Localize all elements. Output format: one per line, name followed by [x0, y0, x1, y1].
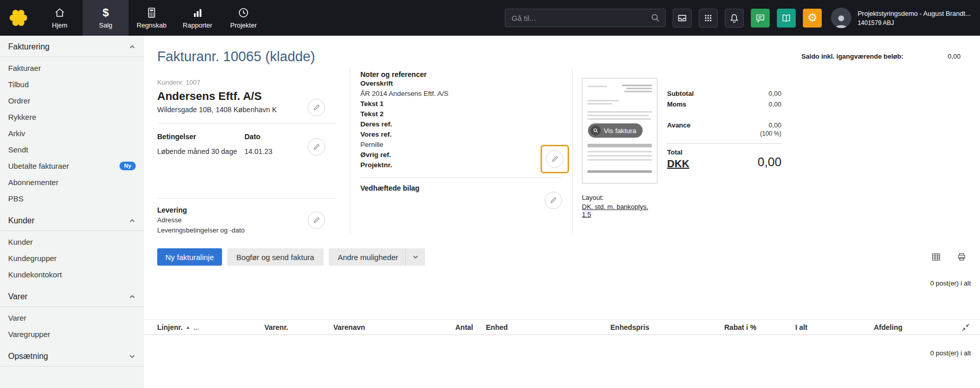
economic-logo-icon[interactable]	[0, 0, 37, 36]
inbox-button[interactable]	[673, 9, 692, 28]
sidebar-item-ordrer[interactable]: Ordrer	[0, 92, 144, 109]
chat-button[interactable]	[751, 9, 770, 28]
item-label: PBS	[8, 194, 23, 203]
show-invoice-label: Vis faktura	[604, 127, 636, 135]
sidebar-item-rykkere[interactable]: Rykkere	[0, 109, 144, 125]
sidebar-item-varegrupper[interactable]: Varegrupper	[0, 326, 144, 342]
chevron-down-icon[interactable]	[405, 248, 425, 266]
sidebar-header-varer[interactable]: Varer	[0, 287, 144, 307]
calculator-icon	[145, 7, 158, 19]
edit-pencil-icon	[312, 104, 321, 112]
edit-terms-button[interactable]	[308, 138, 325, 156]
field-label-deres-ref: Deres ref.	[360, 119, 562, 130]
nav-label: Hjem	[52, 21, 67, 29]
total-label: Total	[667, 148, 689, 156]
other-options-button[interactable]: Andre muligheder	[329, 248, 425, 266]
sidebar-header-fakturering[interactable]: Fakturering	[0, 37, 144, 57]
sort-asc-icon: ▲	[186, 325, 190, 330]
sidebar-item-kundekontokort[interactable]: Kundekontokort	[0, 266, 144, 282]
print-button[interactable]	[953, 249, 970, 265]
column-options[interactable]: ...	[193, 323, 200, 331]
edit-pencil-icon	[312, 216, 321, 224]
magnifier-icon	[591, 125, 601, 136]
sidebar-item-ubetalte-fakturaer[interactable]: Ubetalte fakturaer Ny	[0, 158, 144, 174]
column-varenavn[interactable]: Varenavn	[333, 323, 435, 331]
bar-chart-icon	[191, 7, 204, 19]
sidebar-item-abonnementer[interactable]: Abonnementer	[0, 174, 144, 190]
search-input[interactable]	[505, 9, 666, 27]
currency-link[interactable]: DKK	[667, 158, 689, 170]
chat-icon	[755, 13, 766, 23]
book-icon	[781, 13, 792, 23]
sidebar-item-kundegrupper[interactable]: Kundegrupper	[0, 250, 144, 266]
edit-pencil-icon	[551, 155, 559, 163]
item-label: Kunder	[8, 238, 33, 246]
column-rabat[interactable]: Rabat i %	[649, 323, 756, 331]
item-label: Varer	[8, 314, 27, 322]
settings-button[interactable]: ⚙	[803, 9, 822, 28]
apps-button[interactable]	[699, 9, 718, 28]
subtotal-label: Subtotal	[667, 90, 694, 97]
search-icon[interactable]	[650, 12, 661, 23]
sidebar-header-opsaetning[interactable]: Opsætning	[0, 346, 144, 367]
sidebar-header-kunder[interactable]: Kunder	[0, 211, 144, 231]
nav-label: Salg	[99, 21, 112, 29]
column-afdeling[interactable]: Afdeling	[807, 323, 961, 331]
layout-link[interactable]: DK. std. m. bankoplys. 1.5	[582, 203, 657, 218]
sidebar-item-kunder[interactable]: Kunder	[0, 234, 144, 250]
invoice-thumbnail[interactable]: Vis faktura	[582, 78, 657, 184]
table-view-icon	[931, 251, 941, 263]
nav-hjem[interactable]: Hjem	[37, 0, 83, 36]
sidebar-item-sendt[interactable]: Sendt	[0, 141, 144, 158]
post-and-send-button[interactable]: Bogfør og send faktura	[227, 248, 324, 266]
global-search	[505, 9, 666, 27]
item-label: Rykkere	[8, 113, 36, 121]
sidebar-item-fakturaer[interactable]: Fakturaer	[0, 60, 144, 76]
show-invoice-button[interactable]: Vis faktura	[588, 123, 643, 138]
sidebar-item-tilbud[interactable]: Tilbud	[0, 76, 144, 92]
sidebar-item-varer[interactable]: Varer	[0, 309, 144, 326]
column-enhed[interactable]: Enhed	[473, 323, 540, 331]
edit-notes-button[interactable]	[546, 150, 564, 168]
edit-notes-highlight	[541, 145, 569, 173]
home-icon	[54, 7, 66, 19]
nav-regnskab[interactable]: Regnskab	[129, 0, 175, 36]
nav-rapporter[interactable]: Rapporter	[175, 0, 220, 36]
sidebar-item-arkiv[interactable]: Arkiv	[0, 125, 144, 141]
edit-attachments-button[interactable]	[545, 192, 562, 209]
account-info[interactable]: Projektstyringsdemo - August Brandt... 1…	[857, 10, 980, 27]
other-options-label: Andre muligheder	[338, 253, 405, 262]
nav-label: Regnskab	[137, 21, 167, 29]
column-varenr[interactable]: Varenr.	[264, 323, 333, 331]
help-book-button[interactable]	[777, 9, 796, 28]
column-antal[interactable]: Antal	[435, 323, 473, 331]
new-badge: Ny	[119, 162, 136, 170]
new-invoice-line-button[interactable]: Ny fakturalinje	[157, 248, 222, 266]
edit-delivery-button[interactable]	[308, 212, 325, 229]
saldo-value: 0,00	[948, 53, 961, 60]
notes-block: Noter og referencer Overskrift ÅR 2014 A…	[360, 67, 562, 178]
nav-salg[interactable]: $ Salg	[83, 0, 129, 36]
column-enhedspris[interactable]: Enhedspris	[540, 323, 649, 331]
field-label-oevrig-ref: Øvrig ref.	[360, 150, 562, 160]
edit-customer-button[interactable]	[308, 99, 325, 116]
user-icon	[832, 13, 850, 28]
nav-projekter[interactable]: Projekter	[220, 0, 266, 36]
main-header: Fakturanr. 10065 (kladde) Saldo inkl. ig…	[144, 36, 980, 67]
dollar-icon: $	[103, 7, 109, 19]
notes-column: Noter og referencer Overskrift ÅR 2014 A…	[350, 67, 573, 234]
sidebar-item-pbs[interactable]: PBS	[0, 190, 144, 206]
field-label-vores-ref: Vores ref.	[360, 130, 562, 140]
collapse-table-button[interactable]	[961, 322, 971, 332]
layout-label: Layout:	[582, 194, 657, 201]
table-view-button[interactable]	[928, 249, 944, 265]
item-label: Arkiv	[8, 129, 25, 138]
invoice-detail-area: Kundenr. 1007 Andersens Eftf. A/S Wilder…	[144, 67, 980, 234]
column-ialt[interactable]: I alt	[756, 323, 807, 331]
chevron-up-icon	[129, 293, 136, 300]
user-avatar[interactable]	[831, 8, 851, 28]
column-label: Linjenr.	[157, 323, 183, 331]
summary-column: Vis faktura Layout: DK. std. m. bankoply…	[573, 67, 980, 234]
notifications-button[interactable]	[725, 9, 744, 28]
column-linjenr[interactable]: Linjenr. ▲ ...	[157, 323, 264, 331]
